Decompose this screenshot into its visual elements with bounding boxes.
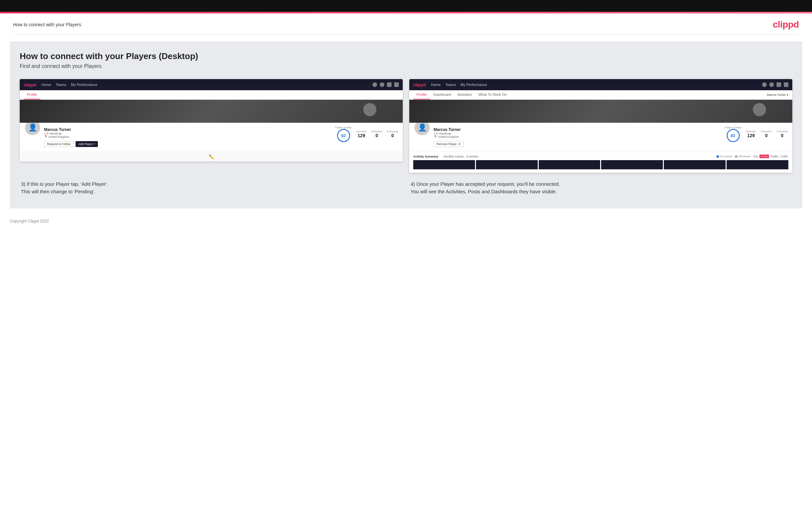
app-navbar-left: clippd Home Teams My Performance	[20, 79, 403, 90]
followers-value-left: 0	[375, 133, 378, 138]
period-6mths[interactable]: 6 mths	[759, 155, 769, 158]
on-course-bar	[664, 160, 726, 169]
following-stat-left: Following 0	[387, 130, 398, 138]
period-1yr[interactable]: 1 yr	[753, 155, 759, 158]
nav-teams-left[interactable]: Teams	[56, 83, 66, 87]
mock-browser-right: clippd Home Teams My Performance	[409, 79, 792, 173]
logo: clippd	[773, 19, 799, 30]
settings-icon-left[interactable]	[387, 82, 392, 87]
on-course-bar	[601, 160, 663, 169]
app-hero-right	[409, 100, 792, 123]
search-icon-left[interactable]	[372, 82, 377, 87]
app-profile-info-right: Marcus Turner 1-5 Handicap 📍 United King…	[434, 127, 722, 147]
followers-label-right: Followers	[761, 130, 772, 133]
app-profile-area-right: 👤 Marcus Turner 1-5 Handicap 📍 United Ki…	[409, 123, 792, 152]
app-profile-area-left: 👤 Marcus Turner 1-5 Handicap 📍 United Ki…	[20, 123, 403, 152]
location-pin-icon-left: 📍	[44, 135, 48, 138]
user-icon-left[interactable]	[380, 82, 384, 87]
app-tabbar-left: Profile	[20, 90, 403, 100]
activities-value-left: 129	[358, 133, 365, 138]
activity-legend: On course Off course	[716, 155, 751, 158]
bar-group	[664, 160, 726, 169]
copyright: Copyright Clippd 2022	[10, 219, 49, 223]
app-nav-icons-left	[372, 82, 399, 87]
app-hero-left	[20, 100, 403, 123]
header-divider	[13, 35, 799, 35]
search-icon-right[interactable]	[762, 82, 767, 87]
activity-period: Monthly Activity · 6 Months	[444, 155, 478, 158]
app-logo-left: clippd	[23, 82, 36, 87]
quality-stat-right: Player Quality 92	[725, 126, 742, 142]
quality-value-left: 92	[341, 133, 346, 138]
page-header: How to connect with your Players clippd	[0, 13, 812, 35]
main-title: How to connect with your Players (Deskto…	[20, 51, 792, 61]
quality-value-right: 92	[730, 133, 735, 138]
description-left: 3) If this is your Player tap, 'Add Play…	[20, 180, 403, 195]
nav-home-right[interactable]: Home	[431, 83, 441, 87]
off-course-dot	[735, 155, 738, 158]
hero-circle-right	[753, 103, 766, 116]
edit-icon-left: ✏️	[209, 154, 214, 160]
quality-stat-left: Player Quality 92	[336, 126, 352, 142]
tab-profile-right[interactable]: Profile	[413, 90, 430, 100]
on-course-dot	[716, 155, 719, 158]
on-course-label: On course	[720, 155, 732, 158]
breadcrumb: How to connect with your Players	[13, 22, 81, 27]
follow-button-left[interactable]: Request to Follow	[44, 141, 73, 147]
screenshots-row: clippd Home Teams My Performance	[20, 79, 792, 173]
activity-title: Activity Summary	[413, 155, 438, 158]
location-pin-icon-right: 📍	[434, 135, 437, 138]
legend-off-course: Off course	[735, 155, 751, 158]
description-text-left: 3) If this is your Player tap, 'Add Play…	[21, 180, 401, 195]
player-name-right: Marcus Turner	[434, 127, 722, 132]
player-handicap-right: 1-5 Handicap	[434, 132, 722, 135]
tabs-group-right: Profile Dashboard Activities What To Wor…	[413, 90, 510, 100]
avatar-icon-right: 👤	[418, 123, 427, 132]
activities-label-right: Activities	[746, 130, 756, 133]
stats-row-left: Player Quality 92 Activities 129	[332, 126, 398, 142]
bar-group	[601, 160, 663, 169]
player-location-right: 📍 United Kingdom	[434, 135, 722, 138]
nav-myperformance-right[interactable]: My Performance	[461, 83, 487, 87]
legend-on-course: On course	[716, 155, 732, 158]
activities-stat-right: Activities 129	[746, 130, 756, 138]
descriptions-row: 3) If this is your Player tap, 'Add Play…	[20, 180, 792, 195]
tab-what-to-work-on-right[interactable]: What To Work On	[475, 90, 510, 100]
nav-myperformance-left[interactable]: My Performance	[71, 83, 98, 87]
app-logo-right: clippd	[413, 82, 426, 87]
tab-dashboard-right[interactable]: Dashboard	[430, 90, 454, 100]
description-text-right: 4) Once your Player has accepted your re…	[411, 180, 791, 195]
add-player-button-left[interactable]: Add Player +	[75, 141, 98, 147]
nav-teams-right[interactable]: Teams	[445, 83, 456, 87]
avatar-icon-left: 👤	[28, 123, 37, 132]
activity-controls: On course Off course 1 yr 6 mths 3	[716, 155, 789, 158]
bar-group	[476, 160, 538, 169]
app-nav-icons-right	[762, 82, 789, 87]
remove-player-button[interactable]: Remove Player ✕	[434, 141, 464, 147]
menu-icon-right[interactable]	[784, 82, 789, 87]
on-course-bar	[476, 160, 538, 169]
activities-label-left: Activities	[356, 130, 367, 133]
on-course-bar	[539, 160, 601, 169]
bar-group	[726, 160, 789, 169]
tab-activities-right[interactable]: Activities	[454, 90, 475, 100]
period-1mth[interactable]: 1 mth	[780, 155, 789, 158]
app-nav-links-left: Home Teams My Performance	[41, 83, 372, 87]
activities-stat-left: Activities 129	[356, 130, 367, 138]
bar-group	[413, 160, 475, 169]
followers-stat-right: Followers 0	[761, 130, 772, 138]
marcus-dropdown[interactable]: Marcus Turner ▾	[767, 90, 789, 100]
period-3mths[interactable]: 3 mths	[770, 155, 779, 158]
nav-home-left[interactable]: Home	[41, 83, 51, 87]
remove-player-label: Remove Player	[437, 143, 457, 146]
settings-icon-right[interactable]	[776, 82, 781, 87]
tab-profile-left[interactable]: Profile	[23, 90, 40, 100]
screenshot-left: clippd Home Teams My Performance	[20, 79, 403, 173]
app-nav-links-right: Home Teams My Performance	[431, 83, 762, 87]
user-icon-right[interactable]	[769, 82, 774, 87]
app-navbar-right: clippd Home Teams My Performance	[409, 79, 792, 90]
quality-circle-right: 92	[726, 129, 740, 142]
activity-area: Activity Summary Monthly Activity · 6 Mo…	[409, 152, 792, 173]
menu-icon-left[interactable]	[394, 82, 399, 87]
action-btns-left: Request to Follow Add Player +	[44, 141, 332, 147]
